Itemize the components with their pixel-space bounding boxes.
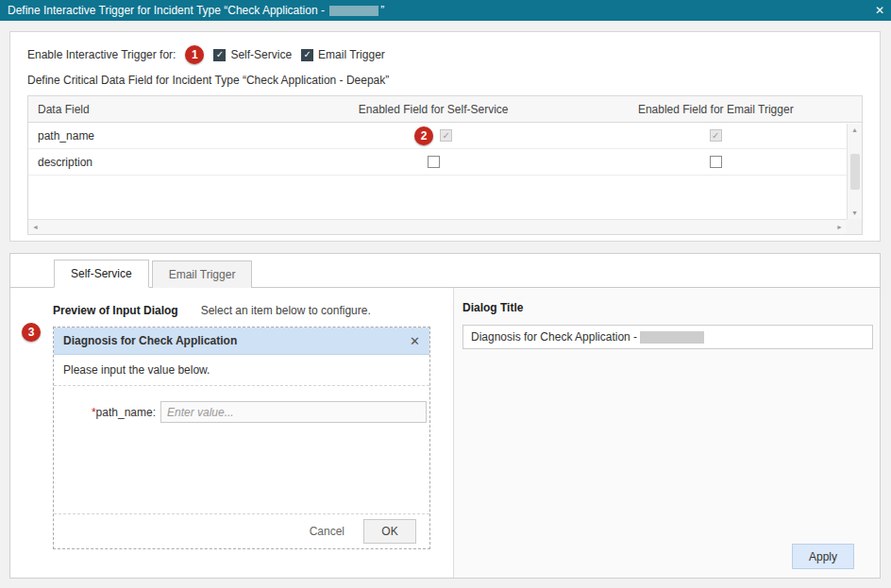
config-tab-bar: Self-Service Email Trigger bbox=[10, 254, 880, 288]
column-header-email-trigger: Enabled Field for Email Trigger bbox=[585, 103, 847, 116]
column-header-self-service: Enabled Field for Self-Service bbox=[282, 103, 585, 116]
data-field-cell: description bbox=[28, 156, 282, 169]
tab-email-trigger[interactable]: Email Trigger bbox=[152, 260, 253, 288]
dialog-title-label: Dialog Title bbox=[462, 301, 873, 314]
redacted-text bbox=[329, 6, 378, 16]
preview-field-row[interactable]: *path_name: bbox=[54, 401, 429, 423]
dialog-title-value: Diagnosis for Check Application - bbox=[471, 330, 637, 344]
row-self-service-checkbox bbox=[440, 129, 452, 142]
trigger-definition-panel: Enable Interactive Trigger for: 1 Self-S… bbox=[9, 31, 881, 242]
scrollbar-corner bbox=[847, 219, 862, 234]
email-trigger-checkbox-label: Email Trigger bbox=[318, 48, 385, 61]
table-header-row: Data Field Enabled Field for Self-Servic… bbox=[28, 96, 862, 123]
self-service-checkbox[interactable] bbox=[213, 49, 226, 61]
row-email-trigger-checkbox bbox=[710, 129, 722, 142]
table-row: description bbox=[28, 149, 862, 176]
data-field-cell: path_name bbox=[28, 129, 282, 143]
preview-close-icon[interactable]: ✕ bbox=[410, 334, 420, 348]
table-row: path_name 2 bbox=[28, 123, 862, 149]
dialog-title-input[interactable]: Diagnosis for Check Application - bbox=[462, 325, 873, 349]
preview-field-label: *path_name: bbox=[54, 406, 156, 419]
window-titlebar: Define Interactive Trigger for Incident … bbox=[0, 0, 891, 21]
annotation-badge-3: 3 bbox=[22, 323, 41, 342]
redacted-text bbox=[640, 331, 704, 344]
preview-dialog-footer: Cancel OK bbox=[54, 513, 429, 548]
annotation-badge-2: 2 bbox=[414, 126, 433, 145]
critical-data-field-table: Data Field Enabled Field for Self-Servic… bbox=[27, 95, 863, 235]
annotation-badge-1: 1 bbox=[185, 45, 204, 64]
preview-header-row: Preview of Input Dialog Select an item b… bbox=[53, 304, 453, 317]
preview-heading: Preview of Input Dialog bbox=[53, 304, 178, 317]
self-service-cell: 2 bbox=[282, 126, 585, 145]
self-service-checkbox-label: Self-Service bbox=[230, 48, 292, 61]
vertical-scrollbar[interactable]: ▲ ▼ bbox=[847, 124, 862, 219]
self-service-cell bbox=[282, 156, 585, 168]
cancel-button[interactable]: Cancel bbox=[310, 525, 345, 538]
config-content: Preview of Input Dialog Select an item b… bbox=[10, 288, 880, 578]
row-email-trigger-checkbox[interactable] bbox=[710, 156, 722, 168]
close-icon[interactable]: ✕ bbox=[875, 0, 884, 21]
scroll-left-icon[interactable]: ◄ bbox=[32, 224, 39, 230]
self-service-toggle[interactable]: Self-Service bbox=[213, 48, 292, 61]
enable-trigger-label: Enable Interactive Trigger for: bbox=[27, 48, 176, 61]
window-title-text: Define Interactive Trigger for Incident … bbox=[8, 4, 328, 17]
window-title-suffix: ” bbox=[380, 4, 384, 17]
ok-button[interactable]: OK bbox=[363, 519, 416, 544]
scroll-right-icon[interactable]: ► bbox=[836, 224, 843, 230]
preview-instruction: Please input the value below. bbox=[54, 355, 429, 386]
preview-hint: Select an item below to configure. bbox=[201, 304, 371, 317]
email-trigger-toggle[interactable]: Email Trigger bbox=[301, 48, 385, 61]
preview-dialog-titlebar[interactable]: Diagnosis for Check Application ✕ bbox=[54, 328, 429, 355]
scrollbar-thumb[interactable] bbox=[850, 154, 860, 190]
define-critical-field-label: Define Critical Data Field for Incident … bbox=[27, 74, 863, 87]
tab-self-service[interactable]: Self-Service bbox=[54, 260, 149, 288]
settings-pane: Dialog Title Diagnosis for Check Applica… bbox=[453, 288, 880, 578]
preview-value-input[interactable] bbox=[160, 401, 427, 423]
email-trigger-cell bbox=[585, 129, 847, 142]
enable-trigger-row: Enable Interactive Trigger for: 1 Self-S… bbox=[27, 43, 863, 66]
field-label-text: path_name: bbox=[96, 406, 156, 419]
preview-dialog-title: Diagnosis for Check Application bbox=[63, 334, 237, 347]
row-self-service-checkbox[interactable] bbox=[428, 156, 440, 168]
trigger-config-panel: Self-Service Email Trigger 3 Preview of … bbox=[9, 253, 881, 579]
email-trigger-checkbox[interactable] bbox=[301, 49, 313, 61]
column-header-data-field: Data Field bbox=[28, 103, 282, 116]
input-dialog-preview: Diagnosis for Check Application ✕ Please… bbox=[53, 327, 430, 549]
apply-button[interactable]: Apply bbox=[792, 544, 854, 569]
email-trigger-cell bbox=[585, 156, 847, 168]
scroll-down-icon[interactable]: ▼ bbox=[851, 210, 858, 216]
preview-pane: Preview of Input Dialog Select an item b… bbox=[10, 288, 453, 578]
horizontal-scrollbar[interactable]: ◄ ► bbox=[28, 219, 847, 234]
scroll-up-icon[interactable]: ▲ bbox=[851, 126, 858, 133]
